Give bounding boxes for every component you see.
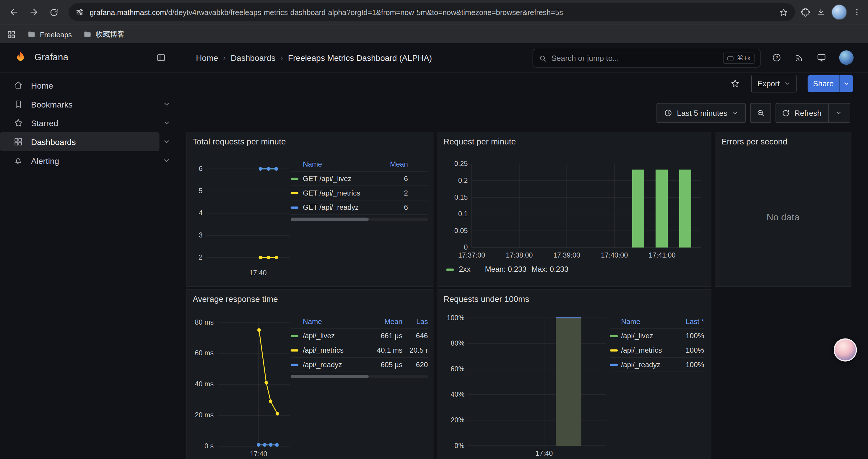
browser-menu-icon[interactable] — [852, 8, 861, 17]
series-name[interactable]: GET /api/_readyz — [303, 203, 376, 211]
series-name[interactable]: /api/_readyz — [303, 360, 371, 369]
dashboards-icon — [13, 137, 23, 147]
sidebar-item-starred[interactable]: Starred — [0, 113, 176, 132]
legend-scrollbar[interactable] — [291, 375, 428, 378]
folder-icon — [83, 30, 92, 39]
panel-title[interactable]: Errors per second — [721, 137, 787, 146]
chevron-down-icon[interactable] — [163, 119, 170, 127]
browser-profile-avatar[interactable] — [831, 4, 847, 20]
zoom-out-button[interactable] — [750, 103, 771, 123]
scrollbar-thumb[interactable] — [291, 218, 369, 221]
refresh-interval-dropdown[interactable] — [833, 109, 844, 116]
series-name[interactable]: /api/_metrics — [303, 346, 371, 355]
downloads-icon[interactable] — [816, 7, 826, 17]
series-name[interactable]: /api/_readyz — [621, 360, 669, 369]
series-name[interactable]: GET /api/_livez — [303, 174, 376, 183]
panel-title[interactable]: Total requests per minute — [193, 137, 286, 146]
series-name[interactable]: /api/_livez — [621, 332, 669, 340]
series-name[interactable]: /api/_livez — [303, 332, 371, 340]
legend-row[interactable]: /api/_readyz 605 µs 620 — [291, 358, 428, 372]
apps-grid-icon[interactable] — [6, 30, 16, 39]
legend-col-name[interactable]: Name — [303, 317, 371, 325]
series-name[interactable]: 2xx — [459, 265, 470, 273]
svg-text:17:40:00: 17:40:00 — [601, 251, 628, 259]
legend-row[interactable]: /api/_readyz 100% — [610, 358, 704, 372]
header-icons: ? — [772, 43, 854, 72]
bookmark-star-icon[interactable] — [779, 7, 788, 17]
legend-row[interactable]: GET /api/_livez 6 — [291, 172, 428, 186]
svg-text:17:40: 17:40 — [535, 450, 553, 457]
url-text: grafana.mathmast.com/d/deytv4rwavabkb/fr… — [90, 8, 779, 16]
favorite-star-icon[interactable] — [730, 78, 740, 89]
site-settings-icon[interactable] — [75, 8, 84, 17]
sidebar-item-dashboards[interactable]: Dashboards — [0, 132, 176, 151]
svg-text:6: 6 — [199, 165, 203, 172]
export-label: Export — [757, 79, 780, 88]
legend-row[interactable]: GET /api/_readyz 6 — [291, 201, 428, 215]
series-mean: 605 µs — [371, 360, 402, 369]
chevron-down-icon[interactable] — [163, 100, 170, 108]
series-mean: 6 — [376, 203, 428, 211]
sidebar-item-bookmarks[interactable]: Bookmarks — [0, 95, 176, 114]
svg-text:60%: 60% — [451, 365, 464, 373]
assistant-avatar-overlay[interactable] — [834, 338, 857, 362]
scrollbar-thumb[interactable] — [291, 375, 369, 378]
legend-row[interactable]: /api/_metrics 100% — [610, 343, 704, 358]
chevron-down-icon[interactable] — [163, 138, 170, 145]
legend-col-mean[interactable]: Mean — [376, 160, 428, 168]
svg-text:0.15: 0.15 — [454, 193, 468, 201]
chevron-down-icon[interactable] — [163, 157, 170, 165]
legend-row[interactable]: /api/_livez 100% — [610, 329, 704, 343]
monitor-icon[interactable] — [816, 53, 827, 63]
svg-text:40 ms: 40 ms — [195, 380, 214, 388]
share-dropdown-button[interactable] — [840, 80, 853, 87]
button-divider — [828, 104, 829, 122]
refresh-button[interactable]: Refresh — [776, 103, 850, 123]
svg-text:0.05: 0.05 — [454, 227, 468, 234]
legend-scrollbar[interactable] — [291, 218, 428, 221]
search-input[interactable]: Search or jump to... ⌘+k — [532, 49, 761, 68]
sidebar-item-alerting[interactable]: Alerting — [0, 151, 176, 170]
breadcrumb-dashboards[interactable]: Dashboards — [231, 53, 276, 62]
legend-col-last[interactable]: Last * — [669, 317, 704, 325]
export-button[interactable]: Export — [751, 75, 797, 93]
svg-text:100%: 100% — [447, 314, 464, 322]
breadcrumb-home[interactable]: Home — [196, 53, 218, 62]
panel-title[interactable]: Request per minute — [443, 137, 516, 146]
panel-title[interactable]: Average response time — [193, 294, 278, 303]
user-avatar[interactable] — [839, 51, 854, 65]
panel-requests-per-minute: Request per minute 0.250.20.150.10.05017… — [437, 132, 711, 287]
url-bar[interactable]: grafana.mathmast.com/d/deytv4rwavabkb/fr… — [68, 3, 795, 21]
svg-text:40%: 40% — [451, 391, 464, 398]
grafana-logo[interactable] — [13, 51, 28, 65]
bookmark-folder-blog[interactable]: 收藏博客 — [83, 29, 125, 39]
sidebar: Grafana Home Bookmarks Starred Dashboard… — [0, 43, 176, 459]
extensions-icon[interactable] — [800, 7, 810, 17]
series-name[interactable]: /api/_metrics — [621, 346, 669, 355]
legend-col-name[interactable]: Name — [621, 317, 669, 325]
back-button[interactable] — [4, 3, 23, 22]
collapse-sidebar-icon[interactable] — [156, 53, 166, 63]
series-last: 100% — [669, 332, 704, 340]
series-name[interactable]: GET /api/_metrics — [303, 189, 376, 197]
rss-icon[interactable] — [795, 53, 804, 62]
refresh-label: Refresh — [795, 108, 822, 117]
panel-title[interactable]: Requests under 100ms — [443, 294, 529, 303]
legend-col-name[interactable]: Name — [303, 160, 376, 168]
search-placeholder: Search or jump to... — [551, 54, 718, 63]
legend-table: Name Mean Las /api/_livez 661 µs 646 /ap… — [291, 314, 428, 378]
legend-row[interactable]: /api/_metrics 40.1 ms 20.5 r — [291, 343, 428, 358]
legend-col-last[interactable]: Las — [402, 317, 428, 325]
reload-button[interactable] — [44, 3, 63, 22]
time-range-picker[interactable]: Last 5 minutes — [656, 103, 746, 123]
bookmark-folder-freeleaps[interactable]: Freeleaps — [27, 30, 72, 39]
legend-row[interactable]: /api/_livez 661 µs 646 — [291, 329, 428, 343]
sidebar-item-home[interactable]: Home — [0, 76, 176, 95]
help-icon[interactable]: ? — [772, 53, 782, 63]
legend-row[interactable]: GET /api/_metrics 2 — [291, 186, 428, 201]
svg-text:17:40: 17:40 — [249, 269, 267, 277]
share-button[interactable]: Share — [807, 75, 853, 92]
legend-col-mean[interactable]: Mean — [371, 317, 402, 325]
bookmark-label: 收藏博客 — [96, 29, 124, 39]
forward-button[interactable] — [24, 3, 43, 22]
